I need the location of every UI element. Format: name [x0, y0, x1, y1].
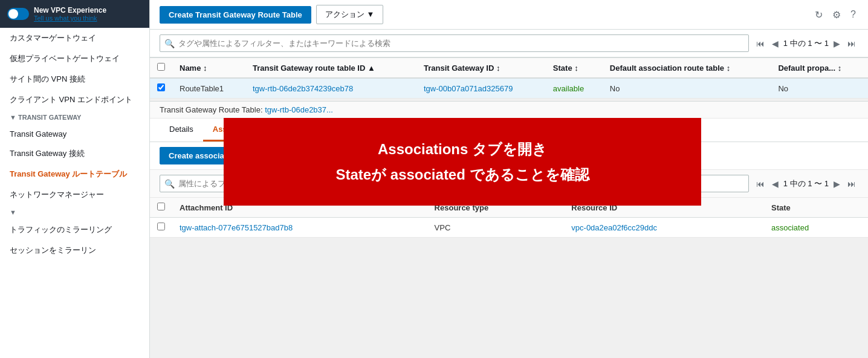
main-content: Create Transit Gateway Route Table アクション… — [150, 0, 868, 358]
sub-last-page[interactable]: ⏭ — [845, 178, 858, 190]
col-transit-gateway-id[interactable]: Transit Gateway ID ↕ — [416, 58, 546, 79]
sidebar-header: New VPC Experience Tell us what you thin… — [0, 0, 149, 28]
help-button[interactable]: ? — [848, 7, 858, 23]
select-all-header[interactable] — [150, 58, 172, 79]
route-table-id-link[interactable]: tgw-rtb-06de2b374239ceb78 — [253, 84, 353, 93]
details-section: Associations タブを開き Stateが associated である… — [150, 101, 868, 238]
search-input-wrap: 🔍 — [160, 34, 749, 52]
attachment-id-link[interactable]: tgw-attach-077e6751527bad7b8 — [180, 223, 293, 232]
sort-icon-4: ↕ — [574, 63, 578, 73]
settings-button[interactable]: ⚙ — [830, 7, 843, 23]
table-row[interactable]: RouteTable1 tgw-rtb-06de2b374239ceb78 tg… — [150, 78, 868, 99]
col-default-assoc[interactable]: Default association route table ↕ — [603, 58, 771, 79]
assoc-resource-id: vpc-0da2ea02f6cc29ddc — [564, 218, 764, 238]
row-transit-gateway-id: tgw-00b07a071ad325679 — [416, 78, 546, 99]
sidebar-item-transit-gateway-connect[interactable]: Transit Gateway 接続 — [0, 143, 149, 164]
assoc-select-all-checkbox[interactable] — [157, 203, 165, 210]
row-name: RouteTable1 — [172, 78, 245, 99]
col-default-prop[interactable]: Default propa... ↕ — [771, 58, 868, 79]
sidebar-title: New VPC Experience — [34, 6, 106, 15]
last-page-button[interactable]: ⏭ — [845, 37, 858, 50]
search-input[interactable] — [160, 34, 749, 52]
col-name[interactable]: Name ↕ — [172, 58, 245, 79]
sidebar-item-traffic-mirror[interactable]: トラフィックのミラーリング — [0, 220, 149, 240]
row-default-assoc: No — [603, 78, 771, 99]
prev-page-button[interactable]: ◀ — [769, 37, 781, 50]
sidebar-toggle[interactable] — [7, 8, 29, 20]
annotation-line2: Stateが associated であることを確認 — [335, 165, 589, 184]
annotation-line1: Associations タブを開き — [378, 140, 547, 159]
row-checkbox[interactable] — [157, 83, 165, 91]
assoc-row-checkbox-cell[interactable] — [150, 218, 172, 238]
sidebar-item-vpg[interactable]: 仮想プライベートゲートウェイ — [0, 48, 149, 69]
col-route-table-id[interactable]: Transit Gateway route table ID ▲ — [245, 58, 416, 79]
help-icon: ? — [850, 9, 856, 19]
tab-details[interactable]: Details — [160, 119, 203, 142]
assoc-resource-type: VPC — [427, 218, 565, 238]
sub-next-page[interactable]: ▶ — [831, 178, 843, 190]
sub-pagination: ⏮ ◀ 1 中の 1 〜 1 ▶ ⏭ — [754, 178, 858, 190]
assoc-select-all[interactable] — [150, 198, 172, 218]
search-icon: 🔍 — [164, 39, 175, 48]
sidebar-item-transit-gateway[interactable]: Transit Gateway — [0, 125, 149, 143]
row-default-prop: No — [771, 78, 868, 99]
settings-icon: ⚙ — [832, 10, 841, 20]
select-all-checkbox[interactable] — [157, 63, 165, 71]
col-assoc-state[interactable]: State — [764, 198, 868, 218]
sort-icon-5: ↕ — [727, 63, 731, 73]
actions-button[interactable]: アクション ▼ — [316, 5, 383, 24]
sub-page-info: 1 中の 1 〜 1 — [783, 178, 829, 189]
sidebar-item-site-vpn[interactable]: サイト間の VPN 接続 — [0, 69, 149, 90]
row-state: available — [546, 78, 603, 99]
sub-search-icon: 🔍 — [164, 179, 175, 189]
annotation-box: Associations タブを開き Stateが associated である… — [224, 118, 701, 206]
sidebar: New VPC Experience Tell us what you thin… — [0, 0, 150, 358]
assoc-row-checkbox[interactable] — [157, 223, 165, 230]
sidebar-item-customer-gateway[interactable]: カスタマーゲートウェイ — [0, 28, 149, 48]
row-route-table-id: tgw-rtb-06de2b374239ceb78 — [245, 78, 416, 99]
breadcrumb-value[interactable]: tgw-rtb-06de2b37... — [265, 105, 333, 114]
assoc-state: associated — [764, 218, 868, 238]
toolbar: Create Transit Gateway Route Table アクション… — [150, 0, 868, 30]
next-page-button[interactable]: ▶ — [831, 37, 843, 50]
sort-icon: ↕ — [203, 63, 207, 73]
sidebar-item-transit-gateway-route-table[interactable]: Transit Gateway ルートテーブル — [0, 164, 149, 184]
refresh-button[interactable]: ↻ — [812, 7, 825, 23]
pagination-top: ⏮ ◀ 1 中の 1 〜 1 ▶ ⏭ — [754, 37, 858, 50]
toolbar-right: ↻ ⚙ ? — [812, 7, 858, 23]
sort-icon-6: ↕ — [838, 63, 842, 73]
sidebar-item-session-mirror[interactable]: セッションをミラーリン — [0, 240, 149, 261]
transit-gateway-id-link[interactable]: tgw-00b07a071ad325679 — [424, 84, 513, 93]
breadcrumb: Transit Gateway Route Table: tgw-rtb-06d… — [150, 102, 868, 119]
first-page-button[interactable]: ⏮ — [754, 37, 767, 50]
sidebar-item-client-vpn[interactable]: クライアント VPN エンドポイント — [0, 90, 149, 110]
breadcrumb-label: Transit Gateway Route Table: — [160, 105, 263, 114]
page-info: 1 中の 1 〜 1 — [783, 38, 829, 49]
table-container: Name ↕ Transit Gateway route table ID ▲ … — [150, 57, 868, 99]
sub-prev-page[interactable]: ◀ — [769, 178, 781, 190]
sort-icon-2: ▲ — [368, 63, 375, 73]
refresh-icon: ↻ — [815, 10, 823, 20]
col-state[interactable]: State ↕ — [546, 58, 603, 79]
sort-icon-3: ↕ — [496, 63, 500, 73]
route-table-data-table: Name ↕ Transit Gateway route table ID ▲ … — [150, 57, 868, 99]
sub-first-page[interactable]: ⏮ — [754, 178, 767, 190]
row-checkbox-cell[interactable] — [150, 78, 172, 99]
associations-table-row[interactable]: tgw-attach-077e6751527bad7b8 VPC vpc-0da… — [150, 218, 868, 238]
assoc-attachment-id: tgw-attach-077e6751527bad7b8 — [172, 218, 427, 238]
resource-id-link[interactable]: vpc-0da2ea02f6cc29ddc — [571, 223, 657, 232]
annotation-overlay: Associations タブを開き Stateが associated である… — [224, 118, 701, 206]
search-area: 🔍 ⏮ ◀ 1 中の 1 〜 1 ▶ ⏭ — [150, 30, 868, 57]
sidebar-nav: カスタマーゲートウェイ 仮想プライベートゲートウェイ サイト間の VPN 接続 … — [0, 28, 149, 358]
sidebar-subtext[interactable]: Tell us what you think — [34, 15, 106, 22]
sidebar-group-mirror: ▼ — [0, 205, 149, 220]
sidebar-item-network-manager[interactable]: ネットワークマネージャー — [0, 184, 149, 205]
sidebar-group-transit: ▼ TRANSIT GATEWAY — [0, 110, 149, 125]
create-tgw-route-table-button[interactable]: Create Transit Gateway Route Table — [160, 6, 311, 24]
